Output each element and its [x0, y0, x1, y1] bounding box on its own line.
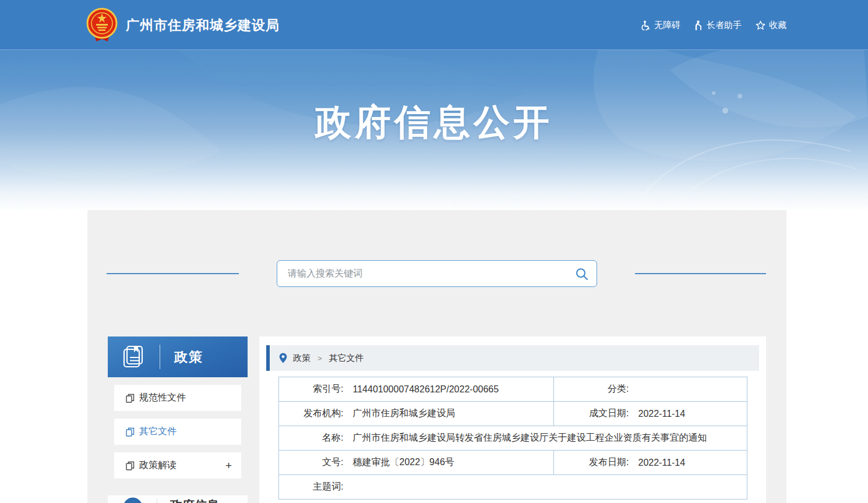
favorite-link[interactable]: 收藏 [756, 20, 786, 31]
accessibility-link[interactable]: 无障碍 [641, 20, 680, 31]
publish-agency-value: 广州市住房和城乡建设局 [347, 402, 554, 426]
doc-name-value: 广州市住房和城乡建设局转发省住房城乡建设厅关于建设工程企业资质有关事宜的通知 [347, 426, 747, 451]
sidebar-item-label: 政策解读 [139, 459, 177, 472]
doc-number-label: 文号: [279, 451, 347, 475]
written-date-value: 2022-11-14 [633, 402, 747, 426]
subject-words-label: 主题词: [279, 475, 347, 500]
sidebar-gov-info-title: 政府信息 [170, 498, 226, 503]
doc-name-label: 名称: [279, 426, 347, 451]
index-number-value: 11440100007482612P/2022-00665 [347, 377, 554, 402]
expand-plus-icon[interactable]: + [225, 459, 232, 472]
site-brand[interactable]: 广州市住房和城乡建设局 [86, 8, 280, 42]
publish-agency-label: 发布机构: [279, 402, 347, 426]
table-row: 名称: 广州市住房和城乡建设局转发省住房城乡建设厅关于建设工程企业资质有关事宜的… [279, 426, 747, 451]
site-title: 广州市住房和城乡建设局 [126, 16, 280, 34]
document-icon [126, 394, 135, 403]
favorite-label: 收藏 [769, 20, 786, 31]
document-detail-table: 索引号: 11440100007482612P/2022-00665 分类: 发… [278, 377, 747, 500]
top-bar: 广州市住房和城乡建设局 无障碍 长者助手 [0, 0, 868, 50]
search-input[interactable] [288, 268, 575, 279]
table-row: 发布机构: 广州市住房和城乡建设局 成文日期: 2022-11-14 [279, 402, 747, 426]
category-label: 分类: [554, 377, 633, 402]
wheelchair-icon [641, 20, 651, 30]
elder-assist-link[interactable]: 长者助手 [694, 20, 742, 31]
doc-number-value: 穗建审批〔2022〕946号 [347, 451, 554, 475]
table-row: 索引号: 11440100007482612P/2022-00665 分类: [279, 377, 747, 402]
accessibility-label: 无障碍 [654, 20, 680, 31]
sidebar-item-label: 规范性文件 [139, 392, 186, 404]
publish-date-value: 2022-11-14 [633, 451, 747, 475]
breadcrumb-current: 其它文件 [329, 353, 364, 364]
national-emblem-logo [86, 8, 118, 42]
sidebar-item-policy-interpretation[interactable]: 政策解读 + [114, 452, 241, 479]
index-number-label: 索引号: [279, 377, 347, 402]
sidebar: 政策 规范性文件 其它文件 政策解读 + [108, 336, 248, 503]
elder-person-icon [694, 20, 703, 30]
breadcrumb-root-link[interactable]: 政策 [293, 353, 310, 364]
table-row: 文号: 穗建审批〔2022〕946号 发布日期: 2022-11-14 [279, 451, 747, 475]
document-icon [126, 461, 135, 470]
sidebar-policy-title: 政策 [174, 348, 203, 366]
location-pin-icon [279, 353, 287, 363]
top-links: 无障碍 长者助手 收藏 [641, 0, 786, 50]
sidebar-item-label: 其它文件 [139, 426, 177, 438]
content-panel: 政策 规范性文件 其它文件 政策解读 + [87, 210, 786, 503]
search-right-divider [635, 273, 766, 274]
category-value [633, 377, 747, 402]
sidebar-section-policy[interactable]: 政策 [108, 336, 248, 377]
page-title: 政府信息公开 [0, 98, 868, 147]
search-left-divider [107, 273, 239, 274]
written-date-label: 成文日期: [554, 402, 633, 426]
main-content: 政策 > 其它文件 索引号: 11440100007482612P/2022-0… [259, 336, 766, 503]
search-box [277, 260, 597, 287]
publish-date-label: 发布日期: [554, 451, 633, 475]
sidebar-section-gov-info[interactable]: 政府信息 [108, 495, 248, 503]
star-icon [756, 20, 765, 30]
breadcrumb: 政策 > 其它文件 [266, 345, 759, 371]
table-row: 主题词: [279, 475, 747, 500]
header-divider [160, 345, 160, 369]
page-banner: 政府信息公开 广州市住房和城乡建设局 [0, 0, 868, 210]
sidebar-item-normative-docs[interactable]: 规范性文件 [114, 385, 241, 411]
breadcrumb-separator: > [317, 354, 322, 363]
elder-assist-label: 长者助手 [707, 20, 742, 31]
gov-info-circle-icon [123, 497, 143, 503]
document-icon [126, 427, 135, 437]
subject-words-value [347, 475, 747, 500]
sidebar-item-other-docs[interactable]: 其它文件 [114, 419, 241, 445]
book-icon [122, 345, 144, 369]
search-icon[interactable] [575, 267, 588, 281]
header-divider [157, 498, 157, 503]
